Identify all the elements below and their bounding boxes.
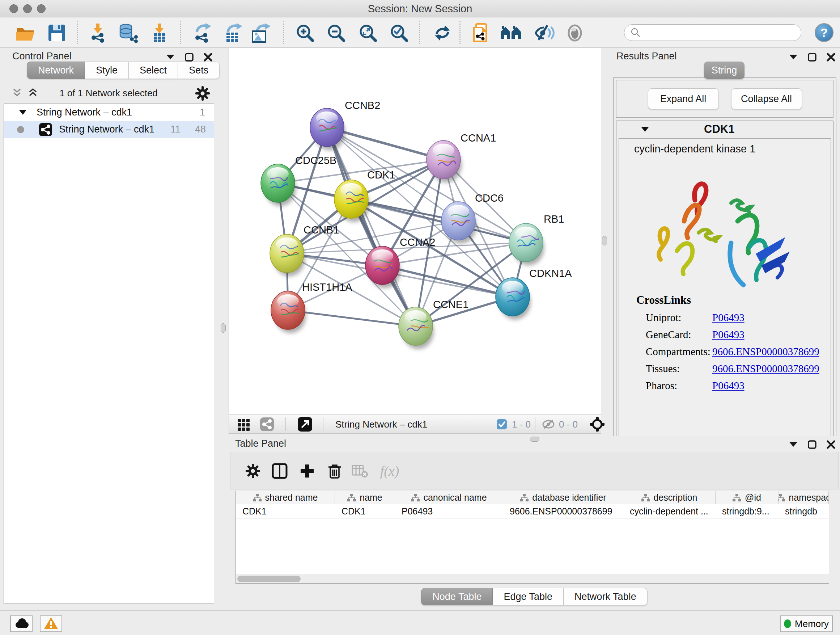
expand-all-button[interactable]: Expand All	[648, 88, 719, 109]
node-CDC6[interactable]: CDC6	[441, 192, 504, 244]
table-options-gear-icon[interactable]	[243, 462, 262, 480]
float-panel-icon[interactable]	[184, 52, 195, 63]
network-collection-row[interactable]: String Network – cdk1 1	[4, 104, 214, 121]
float-panel-icon[interactable]	[807, 439, 818, 450]
zoom-out-button[interactable]	[325, 22, 347, 44]
show-grid-views-button[interactable]	[500, 22, 523, 44]
node-RB1[interactable]: RB1	[509, 213, 564, 265]
cloud-status-button[interactable]	[10, 616, 33, 632]
node-CCNE1[interactable]: CCNE1	[399, 299, 469, 349]
import-network-from-file-button[interactable]	[87, 22, 109, 44]
warning-status-button[interactable]	[40, 616, 62, 632]
column-header-name[interactable]: name	[335, 491, 395, 504]
tab-network[interactable]: Network	[27, 62, 85, 79]
export-image-button[interactable]	[249, 22, 272, 44]
node-CDKN1A[interactable]: CDKN1A	[496, 268, 572, 320]
hide-unhide-button[interactable]	[532, 22, 555, 44]
close-panel-icon[interactable]	[826, 439, 836, 450]
crosslink-link[interactable]: 9606.ENSP00000378699	[712, 363, 819, 375]
export-table-icon	[223, 22, 244, 43]
protein-structure-image	[641, 160, 811, 295]
column-header-database-identifier[interactable]: database identifier	[503, 491, 623, 504]
search-input[interactable]	[645, 27, 797, 38]
tab-node-table[interactable]: Node Table	[421, 588, 493, 605]
crosslink-row: Compartments:9606.ENSP00000378699	[636, 346, 819, 358]
open-in-window-icon[interactable]	[297, 415, 313, 433]
crosslink-link[interactable]: P06493	[712, 380, 745, 392]
vertical-splitter-handle[interactable]	[221, 323, 226, 333]
network-view-canvas[interactable]: CCNB2 CCNA1 CDC25B CDK1 CDC6 RB1 CCNB1 C…	[229, 48, 601, 415]
save-session-button[interactable]	[46, 22, 68, 44]
string-view-icon[interactable]	[259, 415, 275, 433]
refresh-view-button[interactable]	[431, 22, 454, 44]
node-label-CDC6: CDC6	[475, 192, 504, 204]
close-panel-icon[interactable]	[202, 52, 213, 63]
help-button[interactable]: ?	[815, 23, 834, 42]
network-row[interactable]: String Network – cdk1 11 48	[4, 121, 214, 138]
table-row[interactable]: CDK1CDK1P064939606.ENSP00000378699cyclin…	[236, 504, 829, 519]
column-header-description[interactable]: description	[623, 491, 715, 504]
main-toolbar: ?	[0, 17, 840, 48]
selected-checkbox-icon[interactable]	[496, 415, 508, 433]
zoom-in-button[interactable]	[294, 22, 316, 44]
collection-expander-icon[interactable]	[19, 109, 27, 116]
section-expander-icon[interactable]	[640, 126, 650, 133]
crosslink-link[interactable]: P06493	[712, 312, 745, 324]
network-graph[interactable]: CCNB2 CCNA1 CDC25B CDK1 CDC6 RB1 CCNB1 C…	[229, 48, 601, 415]
level-of-detail-button[interactable]	[564, 22, 586, 44]
node-CCNA1[interactable]: CCNA1	[426, 132, 496, 182]
protein-section-header[interactable]: CDK1	[616, 121, 833, 138]
protein-section: CDK1 cyclin-dependent kinase 1	[616, 120, 834, 445]
export-network-button[interactable]	[191, 22, 213, 44]
delete-column-trash-icon[interactable]	[325, 462, 344, 480]
tab-style[interactable]: Style	[85, 62, 129, 79]
network-options-gear-icon[interactable]	[195, 86, 209, 100]
function-builder-icon[interactable]: f(x)	[375, 462, 404, 480]
hidden-eye-slash-icon[interactable]	[541, 415, 556, 433]
birds-eye-view-icon[interactable]	[589, 415, 605, 433]
column-header-shared-name[interactable]: shared name	[236, 491, 335, 504]
column-header-namespac[interactable]: namespac	[778, 491, 829, 504]
import-network-from-database-button[interactable]	[117, 22, 139, 44]
panel-menu-icon[interactable]	[788, 52, 799, 63]
zoom-fit-button[interactable]	[357, 22, 379, 44]
column-header-canonical-name[interactable]: canonical name	[395, 491, 503, 504]
edge-HIST1H1A-CCNE1[interactable]	[288, 310, 416, 326]
search-field[interactable]	[624, 24, 801, 41]
panel-menu-icon[interactable]	[165, 52, 176, 63]
scrollbar-thumb[interactable]	[237, 576, 301, 582]
create-column-icon[interactable]	[298, 462, 317, 480]
column-header--id[interactable]: @id	[715, 491, 778, 504]
tab-network-table[interactable]: Network Table	[564, 588, 647, 605]
crosslink-link[interactable]: P06493	[712, 329, 745, 340]
delete-table-icon[interactable]	[351, 462, 369, 480]
zoom-fit-icon	[357, 22, 378, 43]
open-session-button[interactable]	[14, 22, 37, 44]
tab-sets[interactable]: Sets	[178, 62, 219, 79]
table-horizontal-scrollbar[interactable]	[236, 574, 829, 583]
memory-button[interactable]: Memory	[780, 616, 833, 632]
show-columns-icon[interactable]	[270, 462, 289, 480]
vertical-splitter-handle[interactable]	[602, 236, 607, 245]
close-panel-icon[interactable]	[826, 52, 836, 63]
eye-gray-icon	[564, 22, 585, 43]
float-panel-icon[interactable]	[807, 52, 818, 63]
node-CCNB2[interactable]: CCNB2	[310, 100, 380, 150]
panel-menu-icon[interactable]	[788, 439, 799, 450]
tab-string[interactable]: String	[704, 62, 745, 79]
node-label-CCNB2: CCNB2	[345, 100, 380, 111]
crosslink-link[interactable]: 9606.ENSP00000378699	[712, 346, 819, 358]
grid-view-icon[interactable]	[236, 415, 251, 433]
import-table-from-file-button[interactable]	[148, 22, 171, 44]
zoom-selected-button[interactable]	[388, 22, 410, 44]
export-table-button[interactable]	[222, 22, 245, 44]
node-label-HIST1H1A: HIST1H1A	[302, 281, 352, 293]
clone-network-button[interactable]	[470, 22, 493, 44]
edge-CCNB2-CCNE1[interactable]	[327, 127, 416, 326]
zoom-out-icon	[325, 22, 347, 43]
node-HIST1H1A[interactable]: HIST1H1A	[271, 281, 352, 333]
tab-edge-table[interactable]: Edge Table	[493, 588, 564, 605]
tab-select[interactable]: Select	[129, 62, 178, 79]
collapse-all-button[interactable]: Collapse All	[731, 88, 802, 109]
horizontal-splitter-handle[interactable]	[530, 437, 539, 442]
